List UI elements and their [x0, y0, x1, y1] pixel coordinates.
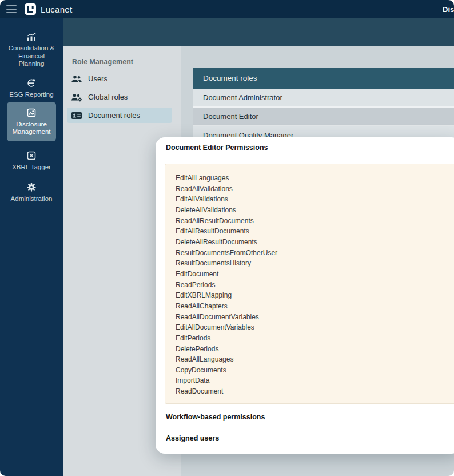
bar-chart-icon [26, 31, 37, 42]
top-app-bar: Lucanet Dis [0, 0, 454, 18]
id-card-icon [71, 111, 82, 120]
sidebar-item-esg-reporting[interactable]: ESG Reporting [7, 73, 56, 104]
module-sidebar: Consolidation & Financial Planning ESG R… [0, 18, 63, 476]
gear-icon [26, 182, 37, 192]
table-header: Document roles [193, 68, 454, 89]
permission-item: EditPeriods [176, 333, 454, 344]
dialog-title: Document Editor Permissions [166, 144, 268, 152]
permission-item: DeletePeriods [176, 344, 454, 355]
role-panel-item-users[interactable]: Users [67, 71, 172, 86]
page-title-truncated: Dis [443, 0, 454, 18]
permission-item: ReadAllLanguages [176, 354, 454, 365]
permissions-dialog: Document Editor Permissions EditAllLangu… [156, 137, 454, 454]
document-roles-table: Document roles Document Administrator Do… [193, 68, 454, 145]
permissions-list: EditAllLanguages ReadAllValidations Edit… [165, 164, 454, 397]
sidebar-item-disclosure-management[interactable]: Disclosure Management [7, 102, 56, 141]
permission-item: ReadAllChapters [176, 301, 454, 312]
document-image-icon [26, 108, 37, 118]
role-panel-title: Role Management [72, 58, 133, 66]
permission-item: DeleteAllResultDocuments [176, 237, 454, 248]
table-row-document-editor[interactable]: Document Editor [193, 108, 454, 126]
permission-item: EditDocument [176, 269, 454, 280]
hamburger-menu-icon[interactable] [6, 5, 17, 13]
permission-item: ImportData [176, 375, 454, 386]
permission-item: ReadAllResultDocuments [176, 216, 454, 227]
permission-item: ReadAllDocumentVariables [176, 312, 454, 323]
permission-item: EditXBRLMapping [176, 290, 454, 301]
sidebar-item-label: XBRL Tagger [12, 164, 51, 172]
table-row-document-administrator[interactable]: Document Administrator [193, 89, 454, 108]
permission-item: CopyDocuments [176, 365, 454, 376]
sidebar-item-administration[interactable]: Administration [7, 177, 56, 208]
role-panel-item-label: Global roles [88, 93, 128, 101]
permission-item: ReadDocument [176, 386, 454, 397]
module-header-band [63, 18, 454, 46]
sidebar-item-label: Administration [11, 195, 53, 203]
users-group-icon [71, 74, 82, 84]
permission-item: EditAllValidations [176, 194, 454, 205]
permission-item: EditAllLanguages [176, 173, 454, 184]
permission-item: ResultDocumentsFromOtherUser [176, 248, 454, 259]
section-heading-workflow-permissions: Workflow-based permissions [166, 413, 265, 421]
role-panel-item-label: Document roles [88, 111, 140, 120]
lucanet-logo-icon [25, 3, 36, 15]
role-panel-item-global-roles[interactable]: Global roles [67, 89, 172, 105]
sidebar-item-label: ESG Reporting [9, 91, 53, 99]
sidebar-item-consolidation[interactable]: Consolidation & Financial Planning [7, 27, 56, 73]
permission-item: EditAllResultDocuments [176, 226, 454, 237]
permission-item: DeleteAllValidations [176, 205, 454, 216]
permission-item: EditAllDocumentVariables [176, 322, 454, 333]
app-name: Lucanet [41, 5, 72, 14]
sidebar-item-label: Consolidation & Financial Planning [8, 45, 55, 68]
permission-item: ResultDocumentsHistory [176, 258, 454, 269]
sidebar-item-label: Disclosure Management [8, 121, 55, 136]
role-panel-item-document-roles[interactable]: Document roles [67, 108, 172, 123]
role-panel-item-label: Users [88, 74, 107, 83]
permission-item: ReadAllValidations [176, 184, 454, 195]
tag-x-icon [26, 150, 37, 161]
section-heading-assigned-users: Assigned users [166, 434, 219, 442]
app-window: Lucanet Dis Consolidation & Financial Pl… [0, 0, 454, 476]
permissions-list-panel: EditAllLanguages ReadAllValidations Edit… [165, 164, 454, 404]
esg-leaf-icon [26, 78, 37, 88]
permission-item: ReadPeriods [176, 280, 454, 291]
users-gear-icon [71, 93, 82, 102]
sidebar-item-xbrl-tagger[interactable]: XBRL Tagger [7, 146, 56, 176]
